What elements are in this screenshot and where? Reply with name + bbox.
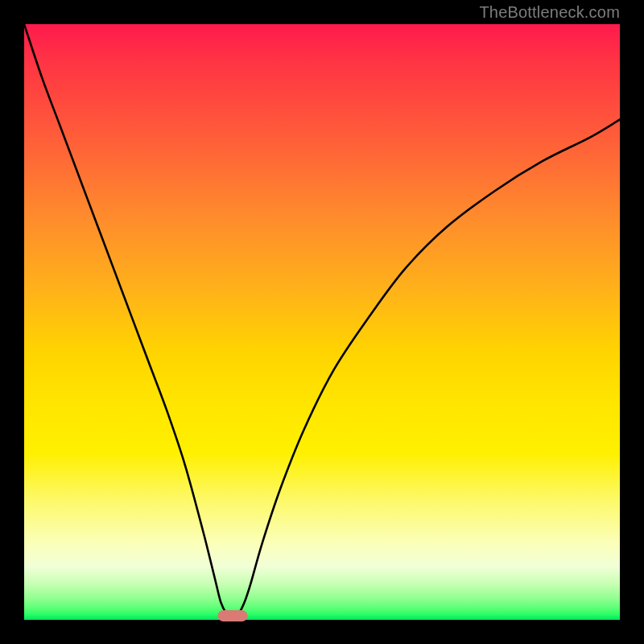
watermark-label: TheBottleneck.com xyxy=(479,3,620,22)
chart-frame: TheBottleneck.com xyxy=(0,0,644,644)
plot-area xyxy=(24,24,620,620)
bottleneck-curve xyxy=(24,24,620,620)
minimum-marker xyxy=(218,610,248,621)
curve-svg xyxy=(24,24,620,620)
